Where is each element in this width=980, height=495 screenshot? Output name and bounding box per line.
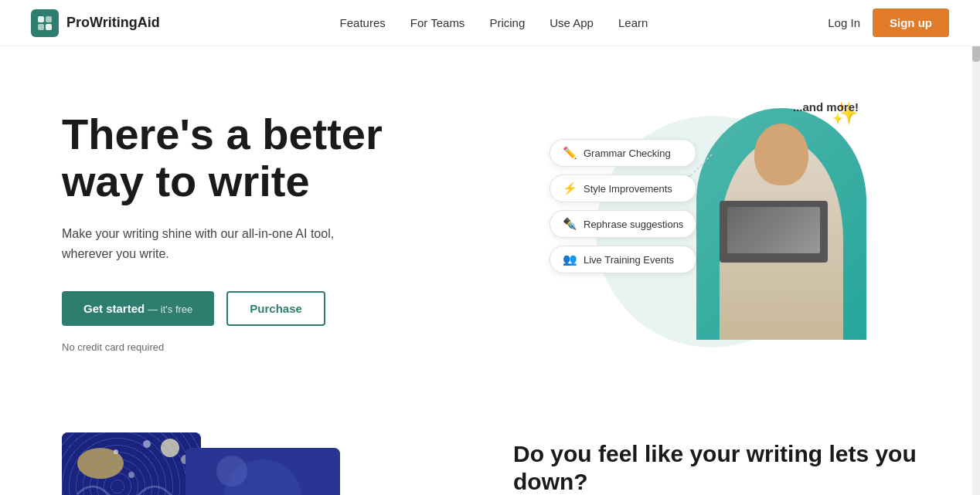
svg-rect-2 xyxy=(38,24,44,30)
laptop-screen xyxy=(727,207,820,253)
starry-night-svg xyxy=(62,432,201,495)
svg-point-11 xyxy=(114,449,118,454)
hero-title-line1: There's a better xyxy=(62,110,383,158)
nav-item-features[interactable]: Features xyxy=(340,16,386,29)
hero-title: There's a better way to write xyxy=(62,110,475,205)
svg-rect-5 xyxy=(62,432,201,495)
hero-right: ✏️ Grammar Checking ⚡ Style Improvements… xyxy=(505,93,918,371)
login-button[interactable]: Log In xyxy=(828,16,860,29)
hero-illustration: ✏️ Grammar Checking ⚡ Style Improvements… xyxy=(550,108,874,355)
brand-link[interactable]: ProWritingAid xyxy=(31,9,160,37)
pill-rephrase-label: Rephrase suggestions xyxy=(584,219,683,230)
svg-point-6 xyxy=(77,448,124,479)
and-more-label: ...and more! xyxy=(793,100,859,114)
person-face xyxy=(754,124,808,185)
style-icon: ⚡ xyxy=(563,181,577,195)
grammar-icon: ✏️ xyxy=(563,146,577,160)
nav-item-for-teams[interactable]: For Teams xyxy=(410,16,465,29)
nav-item-pricing[interactable]: Pricing xyxy=(489,16,525,29)
navbar: ProWritingAid Features For Teams Pricing… xyxy=(0,0,980,46)
svg-rect-0 xyxy=(38,16,44,22)
hero-section: There's a better way to write Make your … xyxy=(0,46,980,402)
art-card-back xyxy=(62,432,201,495)
section2-left: My idea in my head xyxy=(62,432,467,495)
svg-point-12 xyxy=(143,440,151,448)
get-started-label: Get started xyxy=(83,302,145,315)
pill-grammar: ✏️ Grammar Checking xyxy=(550,139,696,167)
svg-rect-1 xyxy=(46,16,52,22)
pill-rephrase: ✒️ Rephrase suggestions xyxy=(550,210,696,238)
rephrase-icon: ✒️ xyxy=(563,217,577,231)
pill-grammar-label: Grammar Checking xyxy=(584,147,671,159)
purchase-button[interactable]: Purchase xyxy=(226,291,325,326)
art-card-front xyxy=(185,448,340,495)
free-label: — it's free xyxy=(148,303,192,315)
section2-title: Do you feel like your writing lets you d… xyxy=(513,440,918,495)
laptop xyxy=(720,201,828,263)
hero-title-line2: way to write xyxy=(62,157,310,205)
scrollbar[interactable] xyxy=(972,0,980,495)
section2: My idea in my head Do you feel like your… xyxy=(0,402,980,495)
svg-point-10 xyxy=(128,472,134,478)
hero-subtitle: Make your writing shine with our all-in-… xyxy=(62,224,356,263)
front-card-svg xyxy=(185,448,340,495)
training-icon: 👥 xyxy=(563,253,577,266)
nav-item-learn[interactable]: Learn xyxy=(618,16,648,29)
pill-style-label: Style Improvements xyxy=(584,183,672,195)
pill-training-label: Live Training Events xyxy=(584,254,674,266)
pill-training: 👥 Live Training Events xyxy=(550,246,696,273)
signup-button[interactable]: Sign up xyxy=(873,8,949,37)
no-cc-text: No credit card required xyxy=(62,341,475,353)
navbar-actions: Log In Sign up xyxy=(828,8,949,37)
logo-svg xyxy=(36,15,53,32)
brand-name-text: ProWritingAid xyxy=(66,15,160,31)
feature-pills: ✏️ Grammar Checking ⚡ Style Improvements… xyxy=(550,139,696,273)
art-cards: My idea in my head xyxy=(62,432,325,495)
section2-right: Do you feel like your writing lets you d… xyxy=(513,432,918,495)
svg-rect-3 xyxy=(46,24,52,30)
person-bg xyxy=(696,108,866,340)
get-started-button[interactable]: Get started— it's free xyxy=(62,291,214,326)
nav-links: Features For Teams Pricing Use App Learn xyxy=(340,16,648,30)
svg-point-15 xyxy=(216,456,247,487)
svg-point-7 xyxy=(161,439,179,457)
pill-style: ⚡ Style Improvements xyxy=(550,175,696,202)
person-graphic: ✨ xyxy=(696,108,866,340)
nav-item-use-app[interactable]: Use App xyxy=(550,16,594,29)
hero-buttons: Get started— it's free Purchase xyxy=(62,291,475,326)
hero-left: There's a better way to write Make your … xyxy=(62,110,505,353)
brand-logo-icon xyxy=(31,9,59,37)
